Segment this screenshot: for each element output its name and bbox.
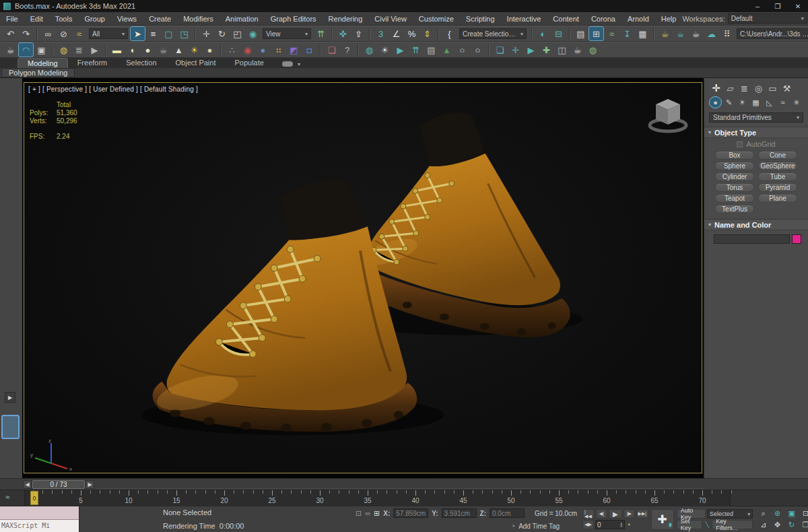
menu-help[interactable]: Help [655, 12, 683, 25]
menu-group[interactable]: Group [78, 12, 111, 25]
schematic-view-icon[interactable]: ↧ [620, 27, 634, 40]
select-and-link-icon[interactable]: ∞ [41, 27, 55, 40]
camera-add-icon[interactable]: ✚ [539, 43, 553, 57]
minimize-icon[interactable]: – [747, 0, 768, 12]
align-icon[interactable]: ⊟ [551, 27, 566, 40]
create-sphere-button[interactable]: Sphere [715, 162, 754, 170]
corona-cone-icon[interactable]: ▲ [172, 43, 186, 57]
maximize-viewport-icon[interactable]: ❐ [799, 520, 808, 530]
object-type-header[interactable]: ▾ Object Type [704, 127, 808, 138]
render-production-icon[interactable]: ☕ [689, 27, 703, 40]
utilities-tab-icon[interactable]: ⚒ [780, 82, 793, 94]
forest-pack-icon[interactable]: ⇈ [409, 43, 423, 57]
cameras-category-icon[interactable]: ▦ [750, 97, 762, 108]
material-editor-icon[interactable]: ▦ [636, 27, 650, 40]
tab-freeform[interactable]: Freeform [68, 58, 117, 68]
macro-recorder-pane[interactable] [0, 506, 79, 520]
photometric-light-icon[interactable]: ◍ [362, 43, 376, 57]
menu-scripting[interactable]: Scripting [460, 12, 501, 25]
create-box-button[interactable]: Box [715, 151, 754, 160]
corona-converter-icon[interactable]: ❏ [325, 43, 339, 57]
create-cone-button[interactable]: Cone [758, 151, 797, 160]
sun-positioner-icon[interactable]: ☀ [378, 43, 392, 57]
zoom-extents-icon[interactable]: ▣ [785, 508, 798, 519]
render-cloud-icon[interactable]: ☁ [704, 27, 718, 40]
zoom-icon[interactable]: ⌕ [757, 508, 770, 519]
viewport-label[interactable]: [ + ] [ Perspective ] [ User Defined ] [… [28, 86, 198, 93]
key-filters-button[interactable]: Key Filters... [712, 520, 753, 529]
create-plane-button[interactable]: Plane [758, 194, 797, 203]
playblast-icon[interactable]: ▶ [524, 43, 538, 57]
auto-key-button[interactable]: Auto Key [677, 509, 706, 519]
corona-plane-icon[interactable]: ▬ [110, 43, 124, 57]
object-name-field[interactable] [714, 234, 790, 244]
motion-tab-icon[interactable]: ◎ [752, 82, 765, 94]
named-selection-dropdown[interactable]: Create Selection Se▾ [459, 28, 527, 39]
current-frame-marker[interactable]: 0 [30, 491, 38, 505]
new-key-icon[interactable]: ╲ [704, 521, 710, 528]
frame-ruler[interactable]: 0 510152025303540455055606570 [24, 490, 731, 506]
helpers-category-icon[interactable]: ◺ [764, 97, 775, 108]
workspaces-dropdown[interactable]: Default▾ [728, 13, 807, 24]
zoom-extents-all-icon[interactable]: ⊡ [799, 508, 808, 519]
menu-civil-view[interactable]: Civil View [368, 12, 412, 25]
select-object-icon[interactable]: ➤ [131, 27, 145, 40]
shapes-category-icon[interactable]: ✎ [723, 97, 735, 108]
corona-interactive-icon[interactable]: ◠ [19, 43, 33, 57]
bulb-gear-icon[interactable]: ◍ [586, 43, 600, 57]
layer-explorer-icon[interactable]: ⊞ [589, 27, 603, 40]
mirror-icon[interactable]: ◐ [536, 27, 550, 40]
tab-populate[interactable]: Populate [225, 58, 273, 68]
z-coord-field[interactable]: 0.0cm [490, 508, 525, 518]
primitive-category-dropdown[interactable]: Standard Primitives▾ [709, 112, 803, 123]
pan-icon[interactable]: ✥ [771, 520, 784, 530]
modify-tab-icon[interactable]: ▱ [724, 82, 737, 94]
spinner-snap-icon[interactable]: ⇕ [420, 27, 434, 40]
hierarchy-tab-icon[interactable]: ≣ [738, 82, 751, 94]
create-textplus-button[interactable]: TextPlus [715, 205, 754, 213]
key-selection-dropdown[interactable]: Selected▾ [707, 509, 753, 519]
y-coord-field[interactable]: 3.591cm [442, 508, 477, 518]
expand-tray-icon[interactable]: ▶ [5, 392, 15, 403]
previous-frame-button[interactable]: ◀| [596, 509, 607, 519]
menu-customize[interactable]: Customize [413, 12, 460, 25]
snaps-toggle-icon[interactable]: 3 [374, 27, 388, 40]
previous-frame-icon[interactable]: ◀ [23, 480, 32, 489]
render-setup-icon[interactable]: ☕ [658, 27, 672, 40]
corona-light-icon[interactable]: ◍ [57, 43, 71, 57]
add-time-tag[interactable]: Add Time Tag [518, 523, 560, 530]
corona-scatter-icon[interactable]: ∴ [225, 43, 239, 57]
perspective-viewport[interactable]: [ + ] [ Perspective ] [ User Defined ] [… [24, 82, 702, 473]
menu-create[interactable]: Create [143, 12, 177, 25]
orbit-icon[interactable]: ↻ [785, 520, 798, 530]
quad-add-icon[interactable]: ✛ [508, 43, 523, 57]
autogrid-checkbox[interactable] [737, 141, 743, 147]
name-and-color-header[interactable]: ▾ Name and Color [704, 220, 808, 230]
go-to-start-icon[interactable]: |◀◀ [582, 509, 595, 519]
tab-selection[interactable]: Selection [116, 58, 166, 68]
tab-polygon-modeling[interactable]: Polygon Modeling [1, 68, 75, 77]
display-tab-icon[interactable]: ▭ [766, 82, 779, 94]
menu-modifiers[interactable]: Modifiers [177, 12, 220, 25]
render-presets-icon[interactable]: ⠿ [720, 27, 734, 40]
absolute-mode-icon[interactable]: ⊞ [374, 509, 380, 518]
tab-modeling[interactable]: Modeling [18, 58, 68, 68]
mini-curve-editor-icon[interactable]: ≈ [5, 493, 9, 501]
create-geosphere-button[interactable]: GeoSphere [758, 162, 797, 170]
corona-displacement-icon[interactable]: ◘ [302, 43, 316, 57]
create-torus-button[interactable]: Torus [715, 183, 754, 192]
scene-explorer-icon[interactable]: ▤ [574, 27, 588, 40]
create-tab-icon[interactable]: ✛ [710, 82, 722, 94]
isolate-selection-icon[interactable]: ⊡ [356, 509, 362, 518]
bind-to-space-warp-icon[interactable]: ≈ [72, 27, 86, 40]
set-key-button[interactable]: Set Key [677, 520, 703, 529]
geometry-category-icon[interactable]: ● [710, 97, 721, 108]
zoom-all-icon[interactable]: ⊛ [771, 508, 784, 519]
select-and-scale-icon[interactable]: ◰ [230, 27, 244, 40]
panel-split-icon[interactable]: ◫ [555, 43, 569, 57]
select-and-rotate-icon[interactable]: ↻ [215, 27, 229, 40]
tab-object-paint[interactable]: Object Paint [166, 58, 226, 68]
menu-edit[interactable]: Edit [24, 12, 49, 25]
menu-views[interactable]: Views [111, 12, 143, 25]
selection-filter-dropdown[interactable]: All▾ [89, 28, 128, 39]
